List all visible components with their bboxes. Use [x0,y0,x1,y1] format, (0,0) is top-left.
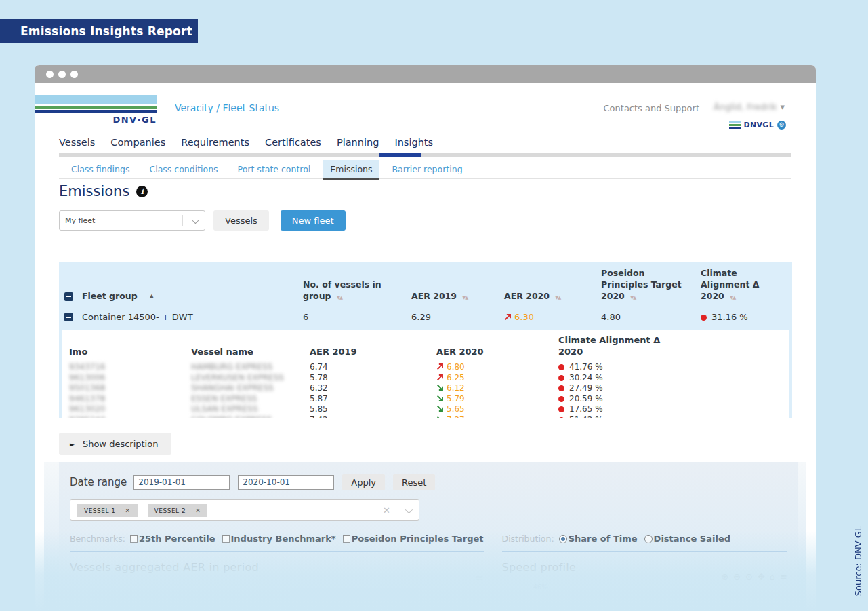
imo-value: 9613020 [69,404,191,415]
fleet-select-value: My fleet [65,216,95,225]
subnav-tab-class-findings[interactable]: Class findings [64,160,136,178]
subnav-tab-emissions[interactable]: Emissions [323,160,379,178]
collapse-all-icon[interactable] [64,292,73,301]
benchmark-option-25th-percentile[interactable]: 25th Percentile [130,534,215,544]
clear-selection-icon[interactable]: ✕ [383,505,390,515]
vessel-row: 9613020ULSAN EXPRESS5.855.6517.65 % [69,404,782,415]
trend-down-icon [436,384,444,391]
window-dot-icon [46,71,54,78]
nav-tab-requirements[interactable]: Requirements [181,137,249,148]
checkbox-icon[interactable] [343,535,350,543]
date-to-input[interactable] [238,475,334,490]
menu-icon[interactable]: ≡ [475,572,484,584]
org-switcher[interactable]: DNVGL ⚙ [729,121,786,130]
vessel-chip-vessel-1[interactable]: VESSEL 1✕ [77,504,138,517]
column-header-target-2020[interactable]: Poseidon Principles Target 2020 [601,268,682,301]
source-credit: Source: DNV GL [853,526,863,596]
climate-delta-value: 20.59 % [558,394,782,405]
close-icon[interactable]: ✕ [125,507,131,514]
nav-tab-companies[interactable]: Companies [110,137,165,148]
trend-up-icon [436,363,444,370]
column-header-aer-2019[interactable]: AER 2019 [411,291,457,301]
sort-icon[interactable]: ▼▲ [630,295,636,300]
vessel-multiselect[interactable]: VESSEL 1✕VESSEL 2✕ ✕ [70,499,419,521]
vessel-name-value: SHANGHAI EXPRESS [191,383,310,394]
zoom-box-icon[interactable]: ⊙ [745,572,753,582]
benchmark-option-industry-benchmark[interactable]: Industry Benchmark* [222,534,336,544]
nav-tab-insights[interactable]: Insights [394,137,433,148]
column-header-aer-2019: AER 2019 [310,347,436,358]
logo-bar-green [35,106,157,109]
red-dot-icon [558,375,564,381]
filter-panel: Date range Apply Reset VESSEL 1✕VESSEL 2… [44,462,806,611]
group-aer-2019: 6.29 [411,312,504,322]
new-fleet-button[interactable]: New fleet [281,210,346,231]
pan-icon[interactable]: ✥ [758,572,765,582]
fleet-controls: My fleet Vessels New fleet [59,210,346,231]
show-description-button[interactable]: ► Show description [59,433,171,455]
fleet-group-select[interactable]: My fleet [59,210,205,231]
trend-up-icon [504,313,512,321]
sort-icon[interactable]: ▼▲ [555,295,560,300]
chevron-down-icon[interactable] [405,506,413,513]
benchmark-option-poseidon-principles-target[interactable]: Poseidon Principles Target [343,534,484,544]
column-header-aer-2020: AER 2020 [436,347,558,358]
trend-down-icon [436,395,444,402]
subnav-tab-port-state-control[interactable]: Port state control [231,160,318,178]
subnav-tab-barrier-reporting[interactable]: Barrier reporting [385,160,469,178]
page-title: Emissions [59,183,129,199]
distribution-option-share-of-time[interactable]: Share of Time [559,534,638,544]
sort-icon[interactable]: ▼▲ [337,295,342,300]
nav-underline-track [59,153,791,157]
date-from-input[interactable] [133,475,230,490]
user-menu[interactable]: Änglid, Fredrik ▾ [714,102,785,112]
chip-label: VESSEL 2 [154,507,186,514]
radio-icon[interactable] [644,535,653,543]
imo-value: 9343716 [69,362,191,373]
aer-2020-value: 6.12 [436,383,558,394]
vessels-button[interactable]: Vessels [213,210,269,231]
benchmarks-label: Benchmarks: [70,534,125,544]
org-label: DNVGL [744,121,774,130]
red-dot-icon [558,417,564,418]
vessel-name-value: LEVERKUSEN EXPRESS [191,373,310,384]
home-icon[interactable]: ⌂ [770,572,775,582]
sort-icon[interactable]: ▼▲ [462,295,468,300]
zoom-in-icon[interactable]: ⊕ [721,572,728,582]
faint-chart-bar [291,588,419,600]
menu-icon[interactable]: ≡ [780,572,787,582]
sort-asc-icon: ▲ [150,293,154,300]
window-dot-icon [58,71,66,78]
group-aer-2020: 6.30 [504,312,601,322]
aer-2019-value: 6.32 [310,383,436,394]
breadcrumb[interactable]: Veracity / Fleet Status [175,102,279,113]
vessel-table: Imo Vessel name AER 2019 AER 2020 Climat… [62,330,789,418]
aer-2019-value: 7.42 [310,415,436,418]
gear-icon[interactable]: ⚙ [777,121,786,130]
checkbox-icon[interactable] [130,535,138,543]
nav-tab-certificates[interactable]: Certificates [265,137,321,148]
vessel-row: 9343716HAMBURG EXPRESS6.746.8041.76 % [69,362,782,373]
vessel-chip-vessel-2[interactable]: VESSEL 2✕ [148,504,208,517]
collapse-group-icon[interactable] [64,313,73,321]
column-header-fleet-group[interactable]: Fleet group [82,291,138,302]
column-header-aer-2020[interactable]: AER 2020 [504,291,550,301]
imo-value: 9461378 [69,394,191,405]
trend-down-icon [436,416,444,418]
distribution-option-distance-sailed[interactable]: Distance Sailed [644,534,730,544]
close-icon[interactable]: ✕ [195,507,201,514]
contacts-link[interactable]: Contacts and Support [604,103,699,113]
vessel-rows: 9343716HAMBURG EXPRESS6.746.8041.76 %961… [69,362,782,418]
radio-icon[interactable] [559,535,567,543]
subnav-tab-class-conditions[interactable]: Class conditions [142,160,224,178]
info-icon[interactable]: i [136,186,148,197]
sort-icon[interactable]: ▼▲ [730,295,735,300]
apply-button[interactable]: Apply [342,474,385,490]
nav-tab-planning[interactable]: Planning [337,137,379,148]
reset-button[interactable]: Reset [393,474,435,490]
checkbox-icon[interactable] [222,535,230,543]
select-divider [398,505,398,515]
vessel-row: 9613006LEVERKUSEN EXPRESS5.786.2530.24 % [69,373,782,384]
zoom-out-icon[interactable]: ⊖ [733,572,741,582]
nav-tab-vessels[interactable]: Vessels [59,137,95,148]
